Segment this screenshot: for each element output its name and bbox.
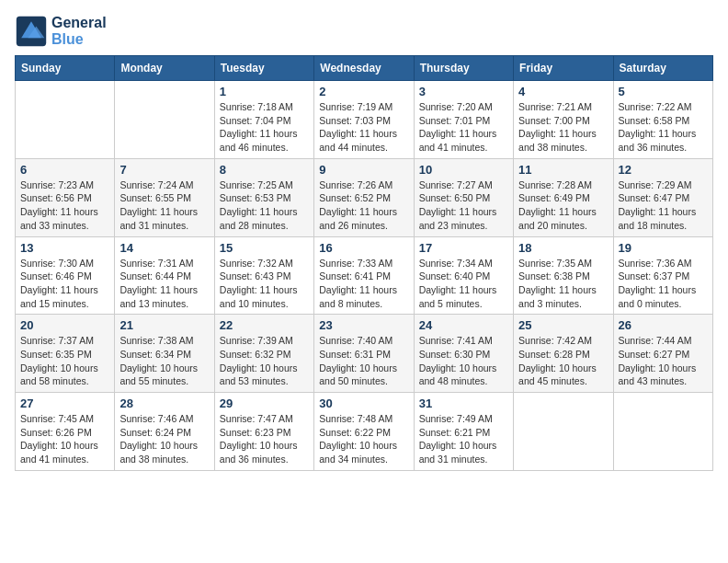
logo-text: General Blue: [51, 15, 107, 48]
day-info: Sunrise: 7:29 AM Sunset: 6:47 PM Dayligh…: [619, 178, 708, 233]
day-info: Sunrise: 7:25 AM Sunset: 6:53 PM Dayligh…: [220, 178, 309, 233]
calendar-cell: 30Sunrise: 7:48 AM Sunset: 6:22 PM Dayli…: [314, 393, 414, 471]
day-info: Sunrise: 7:36 AM Sunset: 6:37 PM Dayligh…: [619, 257, 708, 311]
day-info: Sunrise: 7:46 AM Sunset: 6:24 PM Dayligh…: [119, 412, 209, 466]
day-number: 8: [220, 163, 309, 177]
column-header-sunday: Sunday: [16, 56, 115, 81]
day-number: 18: [518, 241, 608, 255]
calendar-cell: 8Sunrise: 7:25 AM Sunset: 6:53 PM Daylig…: [214, 158, 313, 236]
calendar-cell: [613, 393, 712, 471]
day-info: Sunrise: 7:44 AM Sunset: 6:27 PM Dayligh…: [619, 334, 708, 388]
day-number: 7: [119, 163, 209, 177]
day-number: 25: [518, 318, 608, 332]
calendar-cell: 29Sunrise: 7:47 AM Sunset: 6:23 PM Dayli…: [214, 393, 313, 471]
calendar-cell: 14Sunrise: 7:31 AM Sunset: 6:44 PM Dayli…: [115, 236, 214, 315]
day-number: 19: [619, 241, 708, 255]
day-number: 3: [419, 85, 508, 98]
day-number: 21: [119, 318, 209, 332]
day-info: Sunrise: 7:22 AM Sunset: 6:58 PM Dayligh…: [619, 100, 708, 155]
day-number: 30: [319, 396, 408, 410]
column-header-monday: Monday: [115, 56, 214, 81]
calendar-cell: 9Sunrise: 7:26 AM Sunset: 6:52 PM Daylig…: [314, 158, 414, 236]
day-number: 23: [319, 318, 408, 332]
day-info: Sunrise: 7:18 AM Sunset: 7:04 PM Dayligh…: [220, 100, 309, 155]
day-info: Sunrise: 7:21 AM Sunset: 7:00 PM Dayligh…: [518, 100, 608, 155]
day-info: Sunrise: 7:20 AM Sunset: 7:01 PM Dayligh…: [419, 100, 508, 155]
day-info: Sunrise: 7:48 AM Sunset: 6:22 PM Dayligh…: [319, 412, 408, 466]
column-header-saturday: Saturday: [613, 56, 712, 81]
calendar-cell: 6Sunrise: 7:23 AM Sunset: 6:56 PM Daylig…: [16, 158, 115, 236]
calendar-cell: 2Sunrise: 7:19 AM Sunset: 7:03 PM Daylig…: [314, 81, 414, 159]
day-number: 29: [220, 396, 309, 410]
day-number: 20: [20, 318, 109, 332]
day-number: 14: [119, 241, 209, 255]
column-header-friday: Friday: [514, 56, 613, 81]
day-info: Sunrise: 7:34 AM Sunset: 6:40 PM Dayligh…: [419, 257, 508, 311]
day-info: Sunrise: 7:31 AM Sunset: 6:44 PM Dayligh…: [119, 257, 209, 311]
day-number: 4: [518, 85, 608, 98]
day-number: 9: [319, 163, 408, 177]
column-header-wednesday: Wednesday: [314, 56, 414, 81]
calendar-cell: [16, 81, 115, 159]
day-number: 1: [220, 85, 309, 98]
calendar-week-2: 6Sunrise: 7:23 AM Sunset: 6:56 PM Daylig…: [16, 158, 713, 236]
day-number: 11: [518, 163, 608, 177]
calendar-cell: [115, 81, 214, 159]
day-info: Sunrise: 7:33 AM Sunset: 6:41 PM Dayligh…: [319, 257, 408, 311]
day-info: Sunrise: 7:49 AM Sunset: 6:21 PM Dayligh…: [419, 412, 508, 466]
calendar-cell: 20Sunrise: 7:37 AM Sunset: 6:35 PM Dayli…: [16, 315, 115, 393]
calendar-cell: 17Sunrise: 7:34 AM Sunset: 6:40 PM Dayli…: [414, 236, 513, 315]
day-info: Sunrise: 7:42 AM Sunset: 6:28 PM Dayligh…: [518, 334, 608, 388]
day-info: Sunrise: 7:47 AM Sunset: 6:23 PM Dayligh…: [220, 412, 309, 466]
day-number: 16: [319, 241, 408, 255]
day-info: Sunrise: 7:35 AM Sunset: 6:38 PM Dayligh…: [518, 257, 608, 311]
calendar-cell: 27Sunrise: 7:45 AM Sunset: 6:26 PM Dayli…: [16, 393, 115, 471]
day-info: Sunrise: 7:37 AM Sunset: 6:35 PM Dayligh…: [20, 334, 109, 388]
day-number: 2: [319, 85, 408, 98]
day-number: 28: [119, 396, 209, 410]
calendar-cell: 25Sunrise: 7:42 AM Sunset: 6:28 PM Dayli…: [514, 315, 613, 393]
page-header: General Blue: [15, 15, 713, 48]
day-info: Sunrise: 7:30 AM Sunset: 6:46 PM Dayligh…: [20, 257, 109, 311]
calendar-week-1: 1Sunrise: 7:18 AM Sunset: 7:04 PM Daylig…: [16, 81, 713, 159]
day-info: Sunrise: 7:27 AM Sunset: 6:50 PM Dayligh…: [419, 178, 508, 233]
day-info: Sunrise: 7:19 AM Sunset: 7:03 PM Dayligh…: [319, 100, 408, 155]
calendar-cell: 12Sunrise: 7:29 AM Sunset: 6:47 PM Dayli…: [613, 158, 712, 236]
day-info: Sunrise: 7:38 AM Sunset: 6:34 PM Dayligh…: [119, 334, 209, 388]
logo: General Blue: [15, 15, 107, 48]
calendar-cell: 26Sunrise: 7:44 AM Sunset: 6:27 PM Dayli…: [613, 315, 712, 393]
day-number: 10: [419, 163, 508, 177]
calendar-cell: 19Sunrise: 7:36 AM Sunset: 6:37 PM Dayli…: [613, 236, 712, 315]
calendar-cell: [514, 393, 613, 471]
day-info: Sunrise: 7:32 AM Sunset: 6:43 PM Dayligh…: [220, 257, 309, 311]
day-number: 31: [419, 396, 508, 410]
day-number: 24: [419, 318, 508, 332]
day-info: Sunrise: 7:40 AM Sunset: 6:31 PM Dayligh…: [319, 334, 408, 388]
calendar-cell: 4Sunrise: 7:21 AM Sunset: 7:00 PM Daylig…: [514, 81, 613, 159]
calendar-cell: 31Sunrise: 7:49 AM Sunset: 6:21 PM Dayli…: [414, 393, 513, 471]
day-number: 6: [20, 163, 109, 177]
calendar-cell: 15Sunrise: 7:32 AM Sunset: 6:43 PM Dayli…: [214, 236, 313, 315]
calendar-cell: 22Sunrise: 7:39 AM Sunset: 6:32 PM Dayli…: [214, 315, 313, 393]
calendar-week-3: 13Sunrise: 7:30 AM Sunset: 6:46 PM Dayli…: [16, 236, 713, 315]
calendar-cell: 5Sunrise: 7:22 AM Sunset: 6:58 PM Daylig…: [613, 81, 712, 159]
logo-icon: [15, 15, 48, 48]
day-info: Sunrise: 7:39 AM Sunset: 6:32 PM Dayligh…: [220, 334, 309, 388]
day-info: Sunrise: 7:23 AM Sunset: 6:56 PM Dayligh…: [20, 178, 109, 233]
calendar-header: SundayMondayTuesdayWednesdayThursdayFrid…: [16, 56, 713, 81]
day-info: Sunrise: 7:45 AM Sunset: 6:26 PM Dayligh…: [20, 412, 109, 466]
calendar-cell: 24Sunrise: 7:41 AM Sunset: 6:30 PM Dayli…: [414, 315, 513, 393]
day-info: Sunrise: 7:28 AM Sunset: 6:49 PM Dayligh…: [518, 178, 608, 233]
day-number: 13: [20, 241, 109, 255]
calendar-cell: 18Sunrise: 7:35 AM Sunset: 6:38 PM Dayli…: [514, 236, 613, 315]
day-info: Sunrise: 7:24 AM Sunset: 6:55 PM Dayligh…: [119, 178, 209, 233]
day-info: Sunrise: 7:26 AM Sunset: 6:52 PM Dayligh…: [319, 178, 408, 233]
day-number: 22: [220, 318, 309, 332]
calendar-cell: 1Sunrise: 7:18 AM Sunset: 7:04 PM Daylig…: [214, 81, 313, 159]
column-header-tuesday: Tuesday: [214, 56, 313, 81]
column-header-thursday: Thursday: [414, 56, 513, 81]
calendar-cell: 23Sunrise: 7:40 AM Sunset: 6:31 PM Dayli…: [314, 315, 414, 393]
calendar-cell: 11Sunrise: 7:28 AM Sunset: 6:49 PM Dayli…: [514, 158, 613, 236]
calendar-cell: 10Sunrise: 7:27 AM Sunset: 6:50 PM Dayli…: [414, 158, 513, 236]
calendar-cell: 7Sunrise: 7:24 AM Sunset: 6:55 PM Daylig…: [115, 158, 214, 236]
